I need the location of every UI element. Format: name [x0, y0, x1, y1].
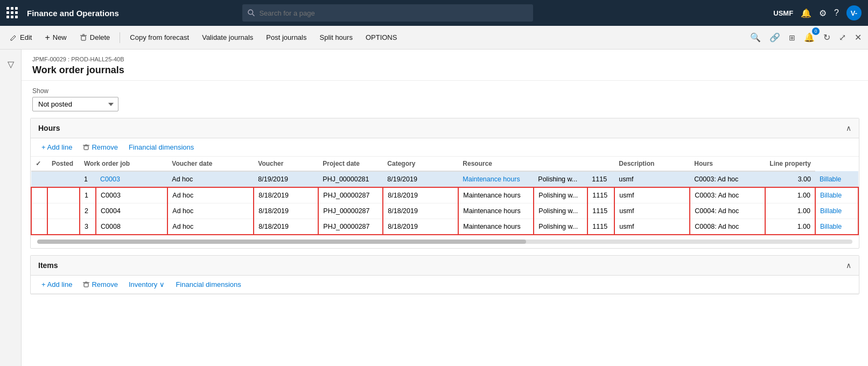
row-resource: Polishing w...	[534, 187, 587, 203]
row-resource2: 1115	[587, 203, 614, 219]
search-input[interactable]	[259, 9, 528, 17]
row-hours: 1.00	[765, 203, 815, 219]
svg-line-1	[253, 14, 255, 16]
row-project-date: 8/18/2019	[383, 203, 458, 219]
row-category: Maintenance hours	[458, 171, 534, 187]
filter-section: Show Not posted Posted All	[22, 81, 868, 118]
row-category: Maintenance hours	[458, 203, 534, 219]
col-job-header: Work order job	[80, 157, 167, 171]
pin-icon[interactable]: 🔗	[767, 30, 782, 45]
delete-icon	[80, 34, 87, 41]
table-row[interactable]: 1 C0003 Ad hoc 8/19/2019 PHJ_00000281 8/…	[31, 171, 858, 187]
col-hours-header: Hours	[690, 157, 765, 171]
row-voucher: PHJ_00000287	[318, 203, 383, 219]
row-line-property: Billable	[815, 203, 858, 219]
row-check[interactable]	[31, 187, 47, 203]
col-posted-header: Posted	[47, 157, 80, 171]
filter-sidebar-icon[interactable]: ▽	[4, 56, 17, 73]
copy-from-forecast-button[interactable]: Copy from forecast	[124, 31, 194, 44]
items-section-title: Items	[38, 261, 58, 270]
search-bar[interactable]	[242, 4, 533, 22]
items-toolbar: + Add line Remove Inventory ∨ Financial …	[31, 276, 859, 294]
row-code: C0008	[96, 219, 167, 235]
split-hours-button[interactable]: Split hours	[314, 31, 358, 44]
plus-icon: +	[45, 33, 50, 42]
search-icon	[248, 9, 255, 17]
search-cmd-icon[interactable]: 🔍	[748, 30, 763, 45]
hours-remove-button[interactable]: Remove	[79, 142, 122, 153]
row-num: 1	[80, 187, 96, 203]
items-add-line-button[interactable]: + Add line	[37, 279, 76, 290]
org-label: USMF	[773, 9, 793, 17]
row-resource3: usmf	[614, 203, 690, 219]
new-button[interactable]: + New	[39, 31, 72, 44]
row-check[interactable]	[31, 203, 47, 219]
items-section-header[interactable]: Items	[31, 256, 859, 276]
col-voucher-header: Voucher	[254, 157, 318, 171]
page-title: Work order journals	[32, 65, 857, 76]
row-job-type: Ad hoc	[167, 219, 254, 235]
avatar[interactable]: V-	[846, 5, 862, 20]
row-description: C0003: Ad hoc	[690, 187, 765, 203]
row-line-property: Billable	[815, 171, 858, 187]
refresh-icon[interactable]: ↻	[821, 30, 832, 45]
options-button[interactable]: OPTIONS	[360, 31, 403, 44]
page-header: JPMF-00029 : PROD-HALL25-40B Work order …	[22, 50, 868, 81]
table-row[interactable]: 2 C0004 Ad hoc 8/18/2019 PHJ_00000287 8/…	[31, 203, 858, 219]
post-journals-button[interactable]: Post journals	[261, 31, 312, 44]
top-navigation: Finance and Operations USMF 🔔 ⚙ ? V-	[0, 0, 868, 26]
top-nav-right: USMF 🔔 ⚙ ? V-	[773, 5, 862, 20]
items-remove-button[interactable]: Remove	[79, 279, 122, 290]
row-voucher-date: 8/18/2019	[254, 187, 318, 203]
row-voucher-date: 8/19/2019	[254, 171, 318, 187]
validate-journals-button[interactable]: Validate journals	[197, 31, 258, 44]
items-remove-icon	[83, 281, 89, 288]
col-resource-header: Resource	[458, 157, 614, 171]
hours-table: ✓ Posted Work order job Voucher date Vou…	[31, 157, 859, 235]
help-icon[interactable]: ?	[834, 8, 839, 18]
sidebar: ▽	[0, 50, 22, 366]
table-row[interactable]: 1 C0003 Ad hoc 8/18/2019 PHJ_00000287 8/…	[31, 187, 858, 203]
hours-financial-dimensions-button[interactable]: Financial dimensions	[124, 142, 198, 153]
hours-table-body: 1 C0003 Ad hoc 8/19/2019 PHJ_00000281 8/…	[31, 171, 858, 235]
col-desc-header: Description	[614, 157, 690, 171]
hours-section-header[interactable]: Hours	[31, 118, 859, 138]
hours-add-line-button[interactable]: + Add line	[37, 142, 76, 153]
edit-button[interactable]: Edit	[4, 31, 37, 44]
items-inventory-button[interactable]: Inventory ∨	[124, 279, 169, 290]
notification-cmd-icon[interactable]: 🔔 0	[802, 30, 817, 45]
row-check[interactable]	[31, 171, 47, 187]
show-label: Show	[32, 87, 857, 95]
row-job-type: Ad hoc	[167, 187, 254, 203]
svg-rect-5	[84, 146, 88, 150]
col-projdate-header: Project date	[318, 157, 383, 171]
row-description: C0008: Ad hoc	[690, 219, 765, 235]
table-row[interactable]: 3 C0008 Ad hoc 8/18/2019 PHJ_00000287 8/…	[31, 219, 858, 235]
hours-toolbar: + Add line Remove Financial dimensions	[31, 138, 859, 157]
app-grid-icon[interactable]	[6, 7, 18, 19]
settings-icon[interactable]: ⚙	[819, 8, 827, 18]
hours-scrollbar	[31, 235, 859, 248]
items-financial-dimensions-button[interactable]: Financial dimensions	[171, 279, 245, 290]
row-voucher: PHJ_00000287	[318, 219, 383, 235]
col-lineprop-header: Line property	[765, 157, 815, 171]
row-num: 3	[80, 219, 96, 235]
svg-rect-8	[84, 283, 88, 287]
hours-section: Hours + Add line Remove Financial dimens…	[30, 118, 859, 249]
row-resource3: usmf	[614, 171, 690, 187]
row-check[interactable]	[31, 219, 47, 235]
row-resource: Polishing w...	[534, 203, 587, 219]
row-voucher-date: 8/18/2019	[254, 203, 318, 219]
row-resource3: usmf	[614, 219, 690, 235]
row-num: 1	[80, 171, 96, 187]
col-category-header: Category	[383, 157, 458, 171]
edit-icon	[10, 34, 17, 41]
delete-button[interactable]: Delete	[74, 31, 116, 44]
show-select[interactable]: Not posted Posted All	[32, 97, 118, 111]
close-icon[interactable]: ✕	[852, 30, 864, 45]
popout-icon[interactable]: ⤢	[837, 30, 848, 45]
hours-collapse-icon	[846, 124, 851, 132]
office-icon[interactable]: ⊞	[787, 31, 797, 44]
row-resource2: 1115	[587, 219, 614, 235]
notifications-icon[interactable]: 🔔	[801, 8, 811, 18]
